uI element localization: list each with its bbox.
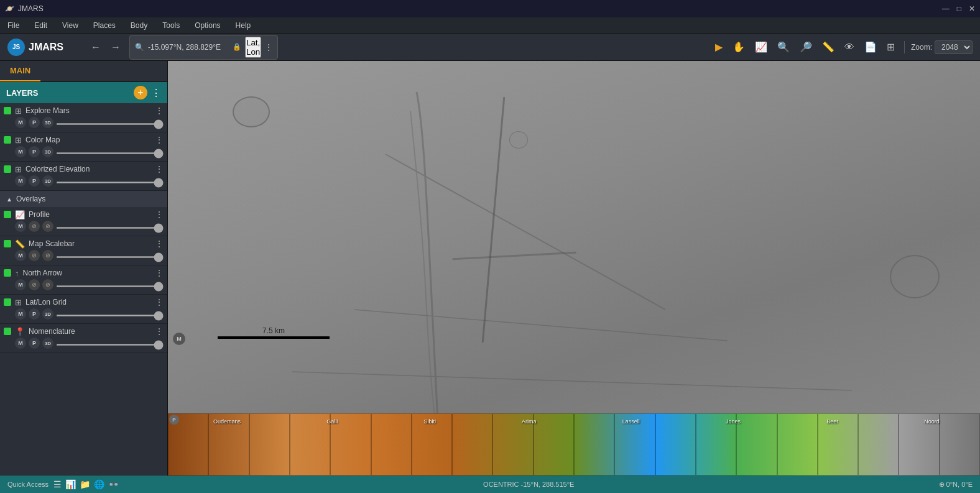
badge-no-p-profile: ⊘ bbox=[29, 221, 40, 232]
badge-p-explore-mars[interactable]: P bbox=[29, 117, 40, 128]
app-icon: 🪐 bbox=[5, 4, 14, 13]
badge-no-p-north-arrow: ⊘ bbox=[29, 279, 40, 290]
opacity-slider-colorized-elevation[interactable] bbox=[56, 182, 164, 183]
mini-map-location-beer: Beer bbox=[826, 418, 838, 425]
opacity-slider-nomenclature[interactable] bbox=[56, 344, 164, 346]
pan-tool[interactable]: ✋ bbox=[729, 39, 748, 55]
qa-vr-button[interactable]: 👓 bbox=[108, 479, 119, 489]
badge-p-colorized-elevation[interactable]: P bbox=[29, 175, 40, 187]
badge-3d-latlon-grid[interactable]: 3D bbox=[42, 308, 53, 320]
tab-main[interactable]: MAIN bbox=[0, 61, 40, 81]
layer-vis-latlon-grid[interactable] bbox=[4, 298, 11, 306]
menu-body[interactable]: Body bbox=[128, 20, 150, 31]
menu-edit[interactable]: Edit bbox=[32, 20, 50, 31]
badge-m-north-arrow[interactable]: M bbox=[15, 279, 26, 290]
minimize-button[interactable]: — bbox=[942, 4, 950, 13]
opacity-slider-explore-mars[interactable] bbox=[56, 123, 164, 125]
maximize-button[interactable]: □ bbox=[957, 4, 961, 13]
layer-more-color-map[interactable]: ⋮ bbox=[155, 135, 164, 145]
map-area[interactable]: 7.5 km M P bbox=[168, 61, 980, 476]
opacity-slider-profile[interactable] bbox=[56, 227, 164, 229]
opacity-slider-latlon-grid[interactable] bbox=[56, 315, 164, 316]
layer-vis-explore-mars[interactable] bbox=[4, 107, 11, 114]
layer-more-colorized-elevation[interactable]: ⋮ bbox=[155, 164, 164, 174]
mini-map-location-galli: Galli bbox=[326, 418, 338, 425]
layers-more-button[interactable]: ⋮ bbox=[151, 87, 161, 99]
menu-options[interactable]: Options bbox=[192, 20, 223, 31]
badge-m-nomenclature[interactable]: M bbox=[15, 338, 26, 349]
badge-no-3d-north-arrow: ⊘ bbox=[42, 279, 53, 290]
menu-file[interactable]: File bbox=[5, 20, 22, 31]
qa-charts-button[interactable]: 📊 bbox=[65, 479, 76, 489]
badge-3d-nomenclature[interactable]: 3D bbox=[42, 338, 53, 349]
dropdown-icon[interactable]: ⋮ bbox=[265, 43, 272, 52]
qa-globe-button[interactable]: 🌐 bbox=[94, 479, 104, 489]
layer-more-latlon-grid[interactable]: ⋮ bbox=[155, 297, 164, 307]
badge-m-profile[interactable]: M bbox=[15, 221, 26, 232]
badge-m-explore-mars[interactable]: M bbox=[15, 117, 26, 128]
statusbar-coords-left: OCENTRIC -15°N, 288.515°E bbox=[483, 481, 574, 488]
qa-files-button[interactable]: 📁 bbox=[80, 479, 90, 489]
layer-more-map-scalebar[interactable]: ⋮ bbox=[155, 239, 164, 249]
app-name-label: JMARS bbox=[18, 4, 44, 13]
layer-vis-nomenclature[interactable] bbox=[4, 328, 11, 335]
layer-vis-colorized-elevation[interactable] bbox=[4, 165, 11, 173]
menu-places[interactable]: Places bbox=[91, 20, 118, 31]
mini-map[interactable]: P bbox=[168, 413, 980, 476]
map-badge-m[interactable]: M bbox=[173, 333, 185, 345]
export-tool[interactable]: 📄 bbox=[861, 39, 880, 55]
map-main[interactable]: 7.5 km M bbox=[168, 61, 980, 413]
badge-3d-color-map[interactable]: 3D bbox=[42, 146, 53, 157]
opacity-slider-north-arrow[interactable] bbox=[56, 285, 164, 287]
menu-view[interactable]: View bbox=[60, 20, 81, 31]
badge-p-color-map[interactable]: P bbox=[29, 146, 40, 157]
layer-more-explore-mars[interactable]: ⋮ bbox=[155, 106, 164, 116]
statusbar-coords-right: ⊕ 0°N, 0°E bbox=[939, 481, 973, 489]
statusbar-left: Quick Access ☰ 📊 📁 🌐 👓 bbox=[7, 479, 119, 489]
eye-tool[interactable]: 👁 bbox=[841, 40, 858, 55]
badge-no-p-scalebar: ⊘ bbox=[29, 250, 40, 261]
badge-p-latlon-grid[interactable]: P bbox=[29, 308, 40, 320]
badge-m-latlon-grid[interactable]: M bbox=[15, 308, 26, 320]
back-button[interactable]: ← bbox=[87, 40, 104, 54]
forward-button[interactable]: → bbox=[107, 40, 124, 54]
zoom-select[interactable]: 2048 1024 512 256 bbox=[935, 40, 973, 54]
menu-tools[interactable]: Tools bbox=[160, 20, 182, 31]
layer-vis-color-map[interactable] bbox=[4, 136, 11, 144]
overlays-section-header[interactable]: ▲ Overlays bbox=[0, 191, 167, 207]
layer-vis-map-scalebar[interactable] bbox=[4, 240, 11, 247]
opacity-slider-map-scalebar[interactable] bbox=[56, 256, 164, 258]
badge-3d-explore-mars[interactable]: 3D bbox=[42, 117, 53, 128]
measure-tool[interactable]: 📏 bbox=[819, 39, 838, 55]
zoom-in-tool[interactable]: 🔍 bbox=[774, 39, 793, 55]
badge-3d-colorized-elevation[interactable]: 3D bbox=[42, 175, 53, 187]
menu-help[interactable]: Help bbox=[233, 20, 254, 31]
zoom-out-tool[interactable]: 🔎 bbox=[797, 39, 815, 55]
scalebar-label: 7.5 km bbox=[218, 326, 330, 335]
map-canvas[interactable]: 7.5 km M bbox=[168, 61, 980, 413]
opacity-slider-color-map[interactable] bbox=[56, 152, 164, 154]
profile-tool[interactable]: 📈 bbox=[752, 39, 770, 55]
badge-m-colorized-elevation[interactable]: M bbox=[15, 175, 26, 187]
badge-p-nomenclature[interactable]: P bbox=[29, 338, 40, 349]
badge-no-3d-profile: ⊘ bbox=[42, 221, 53, 232]
grid-tool[interactable]: ⊞ bbox=[884, 39, 898, 55]
qa-layers-button[interactable]: ☰ bbox=[53, 479, 62, 489]
layer-vis-profile[interactable] bbox=[4, 211, 11, 218]
badge-m-map-scalebar[interactable]: M bbox=[15, 250, 26, 261]
app-logo: JS JMARS bbox=[7, 39, 82, 56]
add-layer-button[interactable]: + bbox=[134, 86, 147, 99]
badge-m-color-map[interactable]: M bbox=[15, 146, 26, 157]
layer-more-north-arrow[interactable]: ⋮ bbox=[155, 268, 164, 278]
center-marker-icon: ⊕ bbox=[939, 481, 945, 488]
search-input[interactable] bbox=[148, 43, 229, 52]
layer-more-profile[interactable]: ⋮ bbox=[155, 210, 164, 219]
close-button[interactable]: ✕ bbox=[969, 4, 975, 13]
layer-name-explore-mars: Explore Mars bbox=[25, 106, 151, 115]
layer-vis-north-arrow[interactable] bbox=[4, 269, 11, 277]
mini-map-location-oudemans: Oudemans bbox=[213, 418, 241, 425]
coord-mode-selector[interactable]: Lat, Lon bbox=[245, 37, 261, 58]
cursor-tool[interactable]: ▶ bbox=[712, 39, 726, 55]
layer-more-nomenclature[interactable]: ⋮ bbox=[155, 326, 164, 336]
terrain-overlay bbox=[168, 61, 980, 413]
